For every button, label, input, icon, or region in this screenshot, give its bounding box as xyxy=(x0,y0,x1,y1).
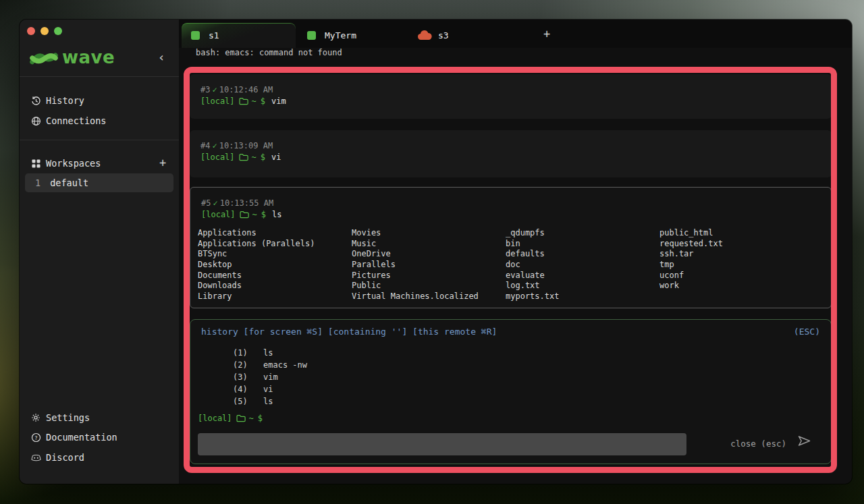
workspaces-label: Workspaces xyxy=(46,158,101,169)
file-name: Parallels xyxy=(352,260,506,271)
tab-status-icon xyxy=(307,31,316,40)
command-block-5[interactable]: #5✓10:13:55 AM [local] ~ $ ls Applicatio… xyxy=(190,187,832,308)
sidebar: wave ‹ History xyxy=(20,20,179,484)
file-name: uconf xyxy=(659,271,813,281)
file-name: log.txt xyxy=(506,281,659,291)
file-name: myports.txt xyxy=(506,291,659,302)
tab-s1[interactable]: s1 xyxy=(182,23,296,48)
history-entry-command: vi xyxy=(263,385,273,394)
block-timestamp: 10:13:55 AM xyxy=(220,198,273,208)
sidebar-collapse-button[interactable]: ‹ xyxy=(155,49,168,65)
discord-icon xyxy=(30,452,41,463)
prompt-dollar: $ xyxy=(261,152,265,162)
tab-label: s1 xyxy=(209,30,219,40)
add-workspace-button[interactable]: + xyxy=(153,153,172,172)
folder-icon xyxy=(240,211,249,219)
folder-icon xyxy=(236,414,246,422)
history-entry-command: vim xyxy=(263,372,278,382)
sidebar-item-settings[interactable]: Settings xyxy=(20,409,179,426)
file-name: Public xyxy=(352,281,506,291)
command-text: vim xyxy=(271,96,286,106)
command-text: ls xyxy=(272,210,281,219)
prompt-dollar: $ xyxy=(261,210,266,219)
file-name: _qdumpfs xyxy=(506,228,659,239)
input-prompt: [local] ~ $ xyxy=(198,414,267,423)
gear-icon xyxy=(30,412,41,423)
file-name: BTSync xyxy=(198,249,352,260)
desktop-wallpaper: wave ‹ History xyxy=(0,0,864,504)
new-tab-button[interactable]: + xyxy=(539,26,554,41)
command-block-3[interactable]: #3✓10:12:46 AM [local] ~ $ vim xyxy=(190,74,832,119)
history-esc-hint: (ESC) xyxy=(794,327,820,337)
sidebar-item-label: Documentation xyxy=(46,432,117,443)
file-name: bin xyxy=(506,239,659,250)
block-linenum: #4 xyxy=(200,141,210,150)
block-prompt: [local] ~ $ ls xyxy=(201,210,282,219)
zoom-window-button[interactable] xyxy=(54,27,62,35)
history-entry-1[interactable]: (1)ls xyxy=(233,347,273,359)
close-history-button[interactable]: close (esc) xyxy=(730,439,786,449)
ls-output: Applications Applications (Parallels) BT… xyxy=(198,228,813,302)
history-entry-command: ls xyxy=(263,397,273,406)
history-entry-number: (2) xyxy=(233,359,253,371)
file-name: Movies xyxy=(352,228,506,239)
minimize-window-button[interactable] xyxy=(40,27,49,35)
history-entry-4[interactable]: (4)vi xyxy=(233,383,273,395)
file-name: Music xyxy=(352,239,506,250)
sidebar-item-documentation[interactable]: ? Documentation xyxy=(20,428,179,446)
file-name: Applications xyxy=(198,228,352,239)
terminal-scrollback-line: bash: emacs: command not found xyxy=(196,48,342,57)
prompt-cwd: ~ xyxy=(249,414,254,423)
tab-myterm[interactable]: MyTerm xyxy=(296,23,410,48)
window-controls xyxy=(27,27,62,35)
file-name: doc xyxy=(506,260,659,271)
sidebar-item-discord[interactable]: Discord xyxy=(20,449,179,466)
app-title: wave xyxy=(62,47,115,67)
folder-icon xyxy=(239,97,248,105)
history-entry-number: (1) xyxy=(233,347,253,359)
cloud-icon xyxy=(417,30,432,40)
file-name: Virtual Machines.localized xyxy=(352,291,506,302)
send-command-icon[interactable] xyxy=(797,435,811,447)
svg-text:?: ? xyxy=(34,435,38,441)
workspace-item-default[interactable]: 1 default xyxy=(25,173,173,192)
file-name: public_html xyxy=(659,228,813,239)
history-entry-2[interactable]: (2)emacs -nw xyxy=(233,359,307,371)
command-input[interactable] xyxy=(198,433,686,455)
block-linenum: #3 xyxy=(200,85,210,94)
history-entry-5[interactable]: (5)ls xyxy=(233,395,273,408)
file-name: Applications (Parallels) xyxy=(198,239,352,250)
wave-logo: wave xyxy=(30,45,115,69)
block-timestamp: 10:13:09 AM xyxy=(219,141,273,150)
check-icon: ✓ xyxy=(211,198,219,208)
close-window-button[interactable] xyxy=(27,27,35,35)
check-icon: ✓ xyxy=(210,141,219,150)
block-prompt: [local] ~ $ vi xyxy=(200,152,281,162)
tab-bar: s1 MyTerm s3 + xyxy=(179,20,852,48)
prompt-dollar: $ xyxy=(258,414,263,423)
file-name: ssh.tar xyxy=(659,249,813,260)
file-name: requested.txt xyxy=(659,239,813,250)
ls-column-3: _qdumpfs bin defaults doc evaluate log.t… xyxy=(506,228,659,302)
history-entry-3[interactable]: (3)vim xyxy=(233,371,278,383)
sidebar-divider xyxy=(20,76,179,77)
prompt-cwd: ~ xyxy=(252,96,256,106)
sidebar-item-history[interactable]: History xyxy=(20,92,179,109)
tab-s3[interactable]: s3 xyxy=(410,23,524,48)
file-name: OneDrive xyxy=(352,249,506,260)
command-text: vi xyxy=(271,152,281,162)
prompt-remote: [local] xyxy=(198,414,232,423)
sidebar-item-label: Connections xyxy=(46,115,106,126)
history-entry-number: (5) xyxy=(233,395,253,408)
block-meta: #3✓10:12:46 AM xyxy=(200,85,273,94)
sidebar-item-connections[interactable]: Connections xyxy=(20,112,179,130)
file-name: Documents xyxy=(198,271,352,281)
command-block-4[interactable]: #4✓10:13:09 AM [local] ~ $ vi xyxy=(190,130,832,177)
history-entry-number: (4) xyxy=(233,383,253,395)
workspaces-grid-icon xyxy=(30,158,41,169)
block-meta: #4✓10:13:09 AM xyxy=(200,141,273,150)
sidebar-item-label: History xyxy=(46,95,84,106)
prompt-dollar: $ xyxy=(261,96,265,106)
prompt-remote: [local] xyxy=(200,152,235,162)
wave-terminal-window: wave ‹ History xyxy=(20,20,852,484)
